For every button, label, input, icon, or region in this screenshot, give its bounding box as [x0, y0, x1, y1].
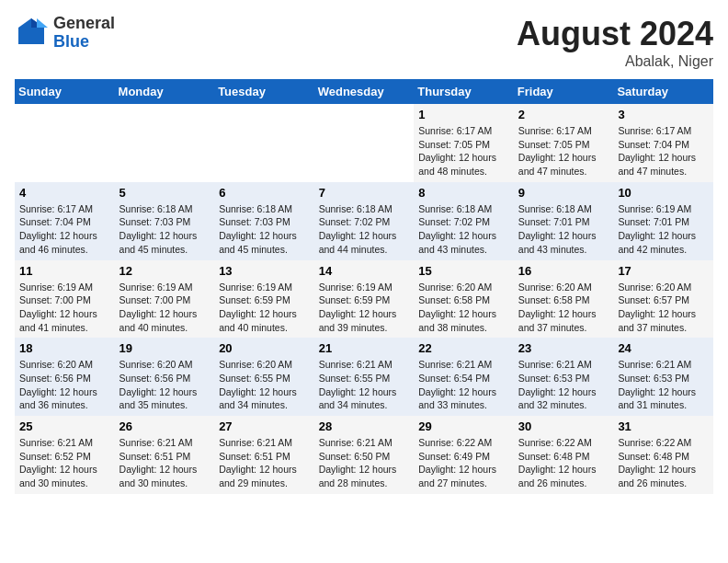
day-info: Sunrise: 6:21 AM Sunset: 6:50 PM Dayligh…: [319, 436, 410, 490]
calendar-week-2: 4Sunrise: 6:17 AM Sunset: 7:04 PM Daylig…: [15, 182, 713, 260]
table-cell: 1Sunrise: 6:17 AM Sunset: 7:05 PM Daylig…: [414, 104, 514, 182]
day-info: Sunrise: 6:17 AM Sunset: 7:04 PM Dayligh…: [19, 202, 110, 257]
calendar-week-4: 18Sunrise: 6:20 AM Sunset: 6:56 PM Dayli…: [15, 338, 713, 416]
day-info: Sunrise: 6:17 AM Sunset: 7:04 PM Dayligh…: [618, 124, 709, 178]
header-monday: Monday: [115, 79, 215, 104]
day-info: Sunrise: 6:20 AM Sunset: 6:57 PM Dayligh…: [618, 281, 709, 335]
day-number: 4: [19, 186, 110, 200]
day-info: Sunrise: 6:18 AM Sunset: 7:03 PM Dayligh…: [119, 202, 210, 257]
table-cell: 23Sunrise: 6:21 AM Sunset: 6:53 PM Dayli…: [514, 338, 614, 416]
day-info: Sunrise: 6:22 AM Sunset: 6:48 PM Dayligh…: [618, 436, 709, 490]
table-cell: [214, 104, 314, 182]
day-number: 16: [518, 264, 609, 278]
table-cell: 22Sunrise: 6:21 AM Sunset: 6:54 PM Dayli…: [414, 338, 514, 416]
table-cell: 20Sunrise: 6:20 AM Sunset: 6:55 PM Dayli…: [214, 338, 314, 416]
header-saturday: Saturday: [613, 79, 713, 104]
svg-marker-2: [37, 18, 48, 28]
day-number: 25: [19, 419, 110, 433]
day-number: 7: [319, 186, 410, 200]
calendar-table: Sunday Monday Tuesday Wednesday Thursday…: [15, 79, 713, 494]
calendar-week-3: 11Sunrise: 6:19 AM Sunset: 7:00 PM Dayli…: [15, 260, 713, 339]
table-cell: [115, 104, 215, 182]
day-number: 1: [418, 108, 509, 121]
day-info: Sunrise: 6:21 AM Sunset: 6:51 PM Dayligh…: [119, 436, 210, 490]
logo-icon: [15, 15, 48, 48]
header-wednesday: Wednesday: [314, 79, 415, 104]
day-number: 26: [119, 419, 210, 433]
day-number: 22: [418, 341, 509, 355]
day-number: 28: [319, 419, 410, 433]
table-cell: 14Sunrise: 6:19 AM Sunset: 6:59 PM Dayli…: [314, 260, 415, 339]
table-cell: 10Sunrise: 6:19 AM Sunset: 7:01 PM Dayli…: [613, 182, 713, 260]
day-info: Sunrise: 6:20 AM Sunset: 6:58 PM Dayligh…: [518, 281, 609, 335]
day-number: 27: [219, 419, 310, 433]
table-cell: 6Sunrise: 6:18 AM Sunset: 7:03 PM Daylig…: [214, 182, 314, 260]
day-number: 11: [19, 264, 110, 278]
table-cell: 16Sunrise: 6:20 AM Sunset: 6:58 PM Dayli…: [514, 260, 614, 339]
header-sunday: Sunday: [15, 79, 115, 104]
calendar-header-row: Sunday Monday Tuesday Wednesday Thursday…: [15, 79, 713, 104]
table-cell: 15Sunrise: 6:20 AM Sunset: 6:58 PM Dayli…: [414, 260, 514, 339]
month-year-title: August 2024: [517, 15, 713, 53]
day-info: Sunrise: 6:20 AM Sunset: 6:58 PM Dayligh…: [418, 281, 509, 335]
table-cell: 28Sunrise: 6:21 AM Sunset: 6:50 PM Dayli…: [314, 416, 415, 494]
table-cell: 19Sunrise: 6:20 AM Sunset: 6:56 PM Dayli…: [115, 338, 215, 416]
day-number: 14: [319, 264, 410, 278]
day-number: 6: [219, 186, 310, 200]
table-cell: 2Sunrise: 6:17 AM Sunset: 7:05 PM Daylig…: [514, 104, 614, 182]
table-cell: 18Sunrise: 6:20 AM Sunset: 6:56 PM Dayli…: [15, 338, 115, 416]
day-number: 30: [518, 419, 609, 433]
day-info: Sunrise: 6:20 AM Sunset: 6:56 PM Dayligh…: [19, 358, 110, 412]
header-thursday: Thursday: [414, 79, 514, 104]
table-cell: [15, 104, 115, 182]
table-cell: 31Sunrise: 6:22 AM Sunset: 6:48 PM Dayli…: [613, 416, 713, 494]
day-info: Sunrise: 6:21 AM Sunset: 6:53 PM Dayligh…: [618, 358, 709, 412]
logo-general-text: General: [53, 14, 115, 32]
day-number: 23: [518, 341, 609, 355]
logo: General Blue: [15, 15, 115, 52]
table-cell: 7Sunrise: 6:18 AM Sunset: 7:02 PM Daylig…: [314, 182, 415, 260]
day-info: Sunrise: 6:17 AM Sunset: 7:05 PM Dayligh…: [418, 124, 509, 178]
table-cell: 24Sunrise: 6:21 AM Sunset: 6:53 PM Dayli…: [613, 338, 713, 416]
table-cell: 4Sunrise: 6:17 AM Sunset: 7:04 PM Daylig…: [15, 182, 115, 260]
day-number: 29: [418, 419, 509, 433]
table-cell: 9Sunrise: 6:18 AM Sunset: 7:01 PM Daylig…: [514, 182, 614, 260]
day-number: 18: [19, 341, 110, 355]
day-number: 9: [518, 186, 609, 200]
day-number: 8: [418, 186, 509, 200]
table-cell: 25Sunrise: 6:21 AM Sunset: 6:52 PM Dayli…: [15, 416, 115, 494]
table-cell: [314, 104, 415, 182]
day-number: 19: [119, 341, 210, 355]
day-info: Sunrise: 6:21 AM Sunset: 6:54 PM Dayligh…: [418, 358, 509, 412]
table-cell: 8Sunrise: 6:18 AM Sunset: 7:02 PM Daylig…: [414, 182, 514, 260]
day-number: 21: [319, 341, 410, 355]
day-info: Sunrise: 6:21 AM Sunset: 6:51 PM Dayligh…: [219, 436, 310, 490]
day-info: Sunrise: 6:18 AM Sunset: 7:01 PM Dayligh…: [518, 202, 609, 257]
day-number: 2: [518, 108, 609, 121]
day-info: Sunrise: 6:21 AM Sunset: 6:52 PM Dayligh…: [19, 436, 110, 490]
day-info: Sunrise: 6:17 AM Sunset: 7:05 PM Dayligh…: [518, 124, 609, 178]
logo-blue-text: Blue: [53, 32, 89, 51]
day-info: Sunrise: 6:22 AM Sunset: 6:49 PM Dayligh…: [418, 436, 509, 490]
day-number: 13: [219, 264, 310, 278]
day-number: 20: [219, 341, 310, 355]
day-info: Sunrise: 6:22 AM Sunset: 6:48 PM Dayligh…: [518, 436, 609, 490]
day-number: 3: [618, 108, 709, 121]
day-info: Sunrise: 6:21 AM Sunset: 6:53 PM Dayligh…: [518, 358, 609, 412]
day-info: Sunrise: 6:18 AM Sunset: 7:03 PM Dayligh…: [219, 202, 310, 257]
day-number: 5: [119, 186, 210, 200]
table-cell: 21Sunrise: 6:21 AM Sunset: 6:55 PM Dayli…: [314, 338, 415, 416]
table-cell: 3Sunrise: 6:17 AM Sunset: 7:04 PM Daylig…: [613, 104, 713, 182]
location-subtitle: Abalak, Niger: [517, 53, 713, 70]
day-info: Sunrise: 6:20 AM Sunset: 6:56 PM Dayligh…: [119, 358, 210, 412]
calendar-week-5: 25Sunrise: 6:21 AM Sunset: 6:52 PM Dayli…: [15, 416, 713, 494]
day-info: Sunrise: 6:20 AM Sunset: 6:55 PM Dayligh…: [219, 358, 310, 412]
day-number: 15: [418, 264, 509, 278]
day-number: 31: [618, 419, 709, 433]
day-number: 12: [119, 264, 210, 278]
title-block: August 2024 Abalak, Niger: [517, 15, 713, 70]
header-friday: Friday: [514, 79, 614, 104]
table-cell: 30Sunrise: 6:22 AM Sunset: 6:48 PM Dayli…: [514, 416, 614, 494]
table-cell: 17Sunrise: 6:20 AM Sunset: 6:57 PM Dayli…: [613, 260, 713, 339]
day-info: Sunrise: 6:21 AM Sunset: 6:55 PM Dayligh…: [319, 358, 410, 412]
